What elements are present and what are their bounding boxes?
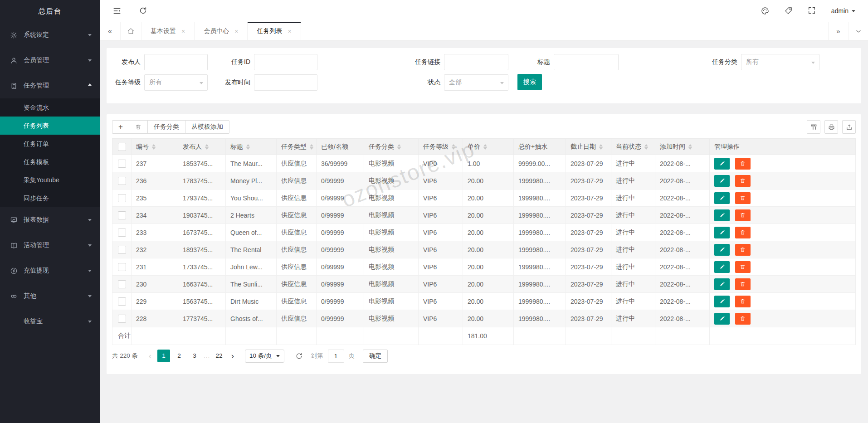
tab-basic-settings[interactable]: 基本设置 × [141, 22, 195, 40]
sort-icon[interactable] [152, 142, 156, 151]
task-link-input[interactable] [444, 54, 508, 70]
row-checkbox[interactable] [118, 246, 126, 254]
edit-button[interactable] [714, 244, 730, 256]
prev-page-button[interactable]: ‹ [144, 350, 156, 362]
status-select[interactable]: 全部 [444, 74, 508, 91]
task-category-button[interactable]: 任务分类 [147, 120, 185, 134]
row-checkbox[interactable] [118, 160, 126, 168]
collapse-sidebar-icon[interactable] [112, 6, 122, 15]
tag-icon[interactable] [784, 6, 793, 15]
edit-button[interactable] [714, 175, 730, 187]
column-header-title[interactable]: 标题 [226, 139, 277, 155]
sidebar-item-system-settings[interactable]: 系统设定 [0, 22, 100, 48]
page-button-3[interactable]: 3 [188, 350, 201, 362]
edit-button[interactable] [714, 227, 730, 238]
submenu-item-task-orders[interactable]: 任务订单 [0, 135, 100, 153]
row-checkbox[interactable] [118, 263, 126, 271]
title-input[interactable] [554, 54, 619, 70]
edit-button[interactable] [714, 313, 730, 325]
sort-icon[interactable] [688, 142, 692, 151]
add-from-template-button[interactable]: 从模板添加 [185, 120, 229, 134]
submenu-item-fund-flow[interactable]: 资金流水 [0, 98, 100, 117]
edit-button[interactable] [714, 209, 730, 221]
publish-time-input[interactable] [254, 74, 317, 91]
sort-icon[interactable] [205, 142, 209, 151]
submenu-item-sync-tasks[interactable]: 同步任务 [0, 189, 100, 207]
page-button-1[interactable]: 1 [157, 350, 170, 362]
page-button-2[interactable]: 2 [173, 350, 185, 362]
tabs-menu-button[interactable] [848, 22, 868, 40]
sidebar-item-members[interactable]: 会员管理 [0, 48, 100, 73]
select-all-checkbox[interactable] [118, 143, 126, 151]
sidebar-item-recharge-withdraw[interactable]: 充值提现 [0, 258, 100, 283]
edit-button[interactable] [714, 296, 730, 307]
tabs-scroll-left-button[interactable]: « [100, 22, 121, 40]
publisher-input[interactable] [144, 54, 208, 70]
sort-icon[interactable] [483, 142, 487, 151]
sort-icon[interactable] [246, 142, 250, 151]
level-select[interactable]: 所有 [144, 74, 208, 91]
category-select[interactable]: 所有 [741, 54, 819, 70]
column-header-category[interactable]: 任务分类 [364, 139, 419, 155]
close-icon[interactable]: × [288, 28, 291, 34]
tab-task-list[interactable]: 任务列表 × [248, 22, 301, 40]
page-size-select[interactable]: 10 条/页 [245, 350, 284, 363]
sort-icon[interactable] [599, 142, 603, 151]
sort-icon[interactable] [397, 142, 401, 151]
print-button[interactable] [824, 120, 838, 134]
export-button[interactable] [842, 120, 856, 134]
sidebar-item-tasks[interactable]: 任务管理 [0, 73, 100, 98]
refresh-icon[interactable] [139, 6, 148, 15]
edit-button[interactable] [714, 158, 730, 170]
row-checkbox[interactable] [118, 211, 126, 219]
sort-icon[interactable] [452, 142, 455, 151]
delete-button[interactable] [735, 175, 751, 187]
edit-button[interactable] [714, 278, 730, 290]
sidebar-item-reports[interactable]: 报表数据 [0, 207, 100, 233]
task-id-input[interactable] [254, 54, 317, 70]
delete-selected-button[interactable] [129, 120, 148, 134]
delete-button[interactable] [735, 192, 751, 204]
sidebar-item-other[interactable]: 其他 [0, 283, 100, 309]
sort-icon[interactable] [644, 142, 648, 151]
tabs-scroll-right-button[interactable]: » [828, 22, 848, 40]
next-page-button[interactable]: › [227, 350, 239, 362]
goto-page-input[interactable] [328, 350, 344, 363]
row-checkbox[interactable] [118, 280, 126, 288]
edit-button[interactable] [714, 261, 730, 273]
column-header-price[interactable]: 单价 [463, 139, 514, 155]
tab-member-center[interactable]: 会员中心 × [195, 22, 248, 40]
column-header-publisher[interactable]: 发布人 [178, 139, 226, 155]
submenu-item-task-list[interactable]: 任务列表 [0, 117, 100, 135]
delete-button[interactable] [735, 278, 751, 290]
sort-icon[interactable] [310, 142, 313, 151]
row-checkbox[interactable] [118, 229, 126, 237]
delete-button[interactable] [735, 209, 751, 221]
delete-button[interactable] [735, 227, 751, 238]
goto-confirm-button[interactable]: 确定 [363, 350, 388, 363]
edit-button[interactable] [714, 192, 730, 204]
delete-button[interactable] [735, 313, 751, 325]
delete-button[interactable] [735, 296, 751, 307]
column-header-type[interactable]: 任务类型 [277, 139, 317, 155]
delete-button[interactable] [735, 158, 751, 170]
column-header-id[interactable]: 编号 [132, 139, 178, 155]
column-header-deadline[interactable]: 截止日期 [566, 139, 611, 155]
theme-palette-icon[interactable] [761, 6, 770, 15]
search-button[interactable]: 搜索 [517, 74, 542, 90]
fullscreen-icon[interactable] [808, 6, 817, 15]
pagination-refresh-icon[interactable] [295, 352, 303, 360]
column-header-level[interactable]: 任务等级 [419, 139, 463, 155]
close-icon[interactable]: × [234, 28, 238, 34]
row-checkbox[interactable] [118, 297, 126, 306]
row-checkbox[interactable] [118, 315, 126, 323]
filter-columns-button[interactable] [807, 120, 820, 134]
delete-button[interactable] [735, 244, 751, 256]
add-task-button[interactable]: + [112, 120, 129, 134]
home-tab-button[interactable] [121, 22, 141, 40]
column-header-status[interactable]: 当前状态 [611, 139, 655, 155]
submenu-item-collect-youtube[interactable]: 采集Youtube [0, 171, 100, 189]
sidebar-item-profit-treasure[interactable]: 收益宝 [0, 309, 100, 334]
row-checkbox[interactable] [118, 194, 126, 202]
delete-button[interactable] [735, 261, 751, 273]
